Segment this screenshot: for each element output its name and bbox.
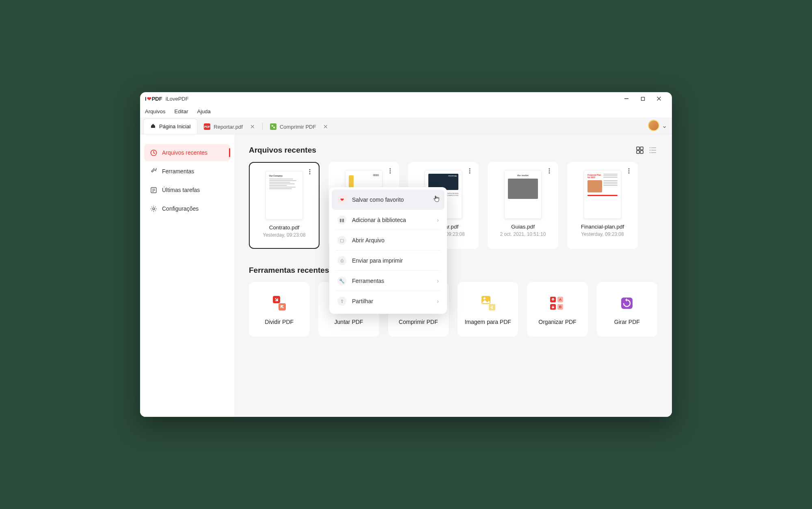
svg-rect-13: [640, 151, 643, 153]
window-controls: [618, 92, 667, 105]
tab-label: Página Inicial: [159, 123, 190, 129]
cursor-icon: [433, 195, 440, 204]
share-icon: ⇪: [337, 297, 346, 306]
file-thumbnail: the reader: [504, 170, 542, 219]
close-icon[interactable]: ✕: [250, 123, 255, 130]
tool-label: Girar PDF: [614, 319, 640, 325]
avatar: [648, 120, 659, 131]
grid-view-button[interactable]: [635, 146, 644, 155]
file-card-guias[interactable]: the reader Guias.pdf 2 oct. 2021, 10:51:…: [488, 162, 558, 249]
file-icon: ▢: [337, 236, 346, 245]
ctx-share[interactable]: ⇪ Partilhar ›: [332, 291, 445, 311]
svg-point-23: [390, 168, 391, 170]
image-icon: [478, 293, 498, 313]
menu-ajuda[interactable]: Ajuda: [197, 108, 211, 114]
tool-label: Imagem para PDF: [464, 319, 511, 325]
ctx-print[interactable]: ⎙ Enviar para imprimir: [332, 250, 445, 271]
close-button[interactable]: [651, 92, 667, 105]
app-window: I❤PDF iLovePDF Arquivos Editar Ajuda Pág…: [140, 92, 672, 417]
svg-point-14: [650, 147, 650, 148]
app-body: Arquivos recentes Ferramentas Últimas ta…: [140, 134, 672, 417]
svg-point-22: [309, 173, 311, 175]
tab-reportar[interactable]: PDF Reportar.pdf ✕: [197, 119, 261, 134]
svg-point-42: [483, 298, 485, 300]
svg-point-34: [628, 173, 630, 174]
menubar: Arquivos Editar Ajuda: [140, 105, 672, 117]
thumb-title: Financial Plan for 2022: [587, 174, 602, 179]
tab-comprimir[interactable]: Comprimir PDF ✕: [263, 119, 335, 134]
menu-arquivos[interactable]: Arquivos: [145, 108, 166, 114]
titlebar: I❤PDF iLovePDF: [140, 92, 672, 105]
thumb-label: PROPOSAL: [448, 175, 457, 177]
tool-label: Comprimir PDF: [399, 319, 438, 325]
library-icon: ▮▮: [337, 216, 346, 224]
file-thumbnail: Our Company: [266, 171, 303, 220]
more-button[interactable]: [465, 166, 475, 176]
svg-point-31: [549, 173, 550, 174]
more-button[interactable]: [624, 166, 634, 176]
wrench-icon: 🔧: [337, 276, 346, 285]
ctx-library[interactable]: ▮▮ Adicionar à biblioteca ›: [332, 210, 445, 230]
tool-split[interactable]: Dividir PDF: [249, 282, 309, 336]
file-date: Yesterday, 09:23:08: [581, 231, 624, 237]
view-toggle: [635, 146, 657, 155]
more-button[interactable]: [305, 167, 315, 177]
close-icon[interactable]: ✕: [323, 123, 328, 130]
sidebar-item-recent[interactable]: Arquivos recentes: [144, 144, 230, 161]
user-menu[interactable]: ⌄: [648, 120, 667, 131]
file-name: Guias.pdf: [511, 224, 535, 230]
svg-text:B: B: [559, 305, 562, 309]
tool-organize[interactable]: AB Organizar PDF: [527, 282, 587, 336]
sidebar-item-label: Últimas tarefas: [162, 187, 200, 193]
more-button[interactable]: [385, 166, 395, 176]
ctx-open[interactable]: ▢ Abrir Arquivo: [332, 230, 445, 250]
tab-label: Comprimir PDF: [280, 124, 316, 130]
clock-icon: [150, 149, 157, 156]
menu-editar[interactable]: Editar: [175, 108, 188, 114]
file-date: 2 oct. 2021, 10:51:10: [500, 231, 546, 237]
tab-home[interactable]: Página Inicial: [143, 119, 197, 134]
ctx-label: Abrir Arquivo: [352, 237, 384, 244]
sidebar-item-label: Arquivos recentes: [162, 149, 207, 156]
file-card-contrato[interactable]: Our Company Contrato.pdf Yesterday, 09:2…: [249, 162, 320, 249]
sidebar-item-label: Ferramentas: [162, 168, 194, 175]
logo-pdf: PDF: [152, 96, 162, 102]
chevron-down-icon: ⌄: [662, 122, 667, 129]
gear-icon: [150, 205, 157, 212]
section-title-tools: Ferramentas recentes: [249, 266, 657, 275]
split-icon: [270, 293, 289, 313]
svg-point-20: [309, 169, 311, 170]
list-view-button[interactable]: [648, 146, 657, 155]
minimize-button[interactable]: [618, 92, 635, 105]
svg-text:A: A: [559, 298, 562, 302]
tab-label: Reportar.pdf: [214, 124, 243, 130]
sidebar-item-tasks[interactable]: Últimas tarefas: [144, 181, 230, 198]
list-icon: [150, 186, 157, 194]
ctx-label: Partilhar: [352, 298, 373, 304]
titlebar-left: I❤PDF iLovePDF: [145, 96, 189, 102]
heart-icon: ❤: [147, 96, 151, 102]
section-title-recent: Arquivos recentes: [249, 146, 316, 155]
tool-rotate[interactable]: Girar PDF: [597, 282, 657, 336]
svg-point-28: [469, 173, 471, 174]
sidebar-item-settings[interactable]: Configurações: [144, 200, 230, 217]
tab-separator: [262, 123, 263, 130]
file-card-financial[interactable]: Financial Plan for 2022 Financial-plan.p…: [567, 162, 638, 249]
tools-grid: Dividir PDF Juntar PDF Comprimir PDF Ima…: [249, 282, 657, 336]
tool-label: Juntar PDF: [335, 319, 363, 325]
tabbar: Página Inicial PDF Reportar.pdf ✕ Compri…: [140, 117, 672, 134]
svg-point-16: [650, 150, 650, 151]
thumb-title: the reader: [508, 174, 538, 177]
ctx-tools[interactable]: 🔧 Ferramentas ›: [332, 271, 445, 291]
tool-image[interactable]: Imagem para PDF: [458, 282, 518, 336]
svg-point-9: [153, 208, 155, 210]
sidebar: Arquivos recentes Ferramentas Últimas ta…: [140, 134, 234, 417]
compress-icon: [270, 123, 276, 130]
ctx-favorite[interactable]: ❤ Salvar como favorito: [332, 190, 445, 210]
more-button[interactable]: [544, 166, 554, 176]
sidebar-item-tools[interactable]: Ferramentas: [144, 163, 230, 180]
svg-point-24: [390, 170, 391, 172]
tool-label: Dividir PDF: [265, 319, 294, 325]
svg-point-32: [628, 168, 630, 170]
maximize-button[interactable]: [635, 92, 651, 105]
